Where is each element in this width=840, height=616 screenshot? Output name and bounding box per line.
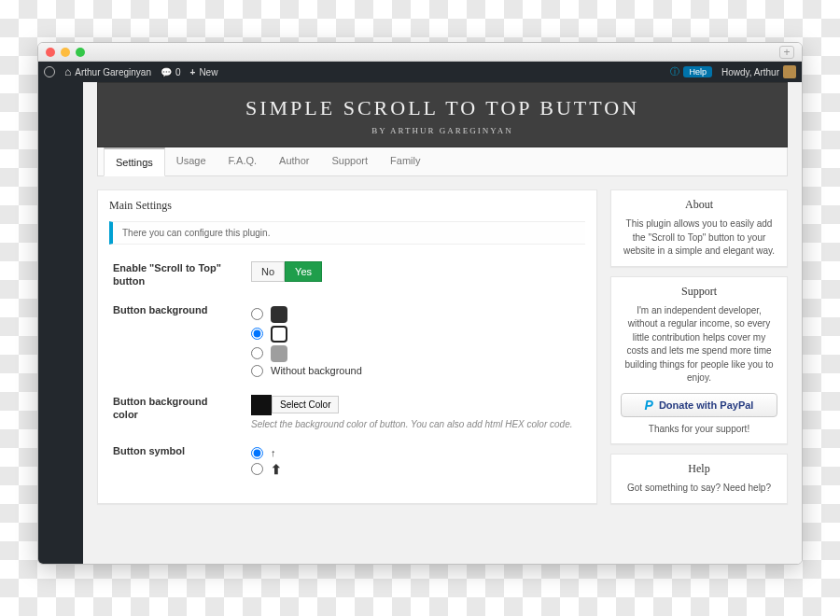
swatch-outline-icon: [271, 326, 287, 343]
bg-radio-outline[interactable]: [251, 328, 263, 340]
enable-label: Enable "Scroll to Top" button: [113, 261, 234, 288]
browser-window: + Arthur Gareginyan 0 New ⓘHelp Howdy, A…: [37, 42, 803, 565]
window-titlebar: +: [38, 43, 802, 62]
site-name-link[interactable]: Arthur Gareginyan: [64, 65, 151, 78]
bg-radio-grey[interactable]: [251, 347, 263, 359]
color-swatch: [251, 395, 272, 415]
plus-icon: [190, 67, 196, 77]
bg-radio-none[interactable]: [251, 365, 263, 377]
about-title: About: [621, 198, 777, 212]
new-content-link[interactable]: New: [190, 67, 218, 77]
help-text: Got something to say? Need help?: [621, 482, 777, 496]
toggle-no[interactable]: No: [251, 261, 285, 282]
help-link[interactable]: ⓘHelp: [670, 65, 712, 78]
comments-count: 0: [175, 67, 181, 77]
tab-usage[interactable]: Usage: [165, 147, 217, 175]
tab-author[interactable]: Author: [268, 147, 320, 175]
main-settings-panel: Main Settings There you can configure th…: [97, 189, 597, 504]
help-label: Help: [683, 66, 712, 77]
swatch-grey-icon: [271, 345, 287, 362]
color-desc: Select the background color of button. Y…: [251, 419, 581, 429]
site-name: Arthur Gareginyan: [75, 67, 151, 77]
admin-content: SIMPLE SCROLL TO TOP BUTTON BY ARTHUR GA…: [83, 82, 802, 564]
paypal-label: Donate with PayPal: [659, 399, 753, 411]
swatch-dark-icon: [271, 306, 287, 323]
wp-admin-bar: Arthur Gareginyan 0 New ⓘHelp Howdy, Art…: [38, 62, 802, 82]
tab-faq[interactable]: F.A.Q.: [217, 147, 269, 175]
avatar: [783, 65, 796, 78]
support-title: Support: [621, 285, 777, 299]
help-box: Help Got something to say? Need help?: [610, 454, 788, 504]
tab-family[interactable]: Family: [379, 147, 431, 175]
comments-link[interactable]: 0: [161, 67, 181, 77]
window-minimize-icon[interactable]: [61, 48, 70, 57]
wordpress-icon: [44, 66, 55, 77]
donate-paypal-button[interactable]: P Donate with PayPal: [621, 393, 777, 417]
toggle-yes[interactable]: Yes: [285, 261, 322, 282]
comment-icon: [161, 67, 172, 77]
help-title: Help: [621, 462, 777, 476]
main-settings-title: Main Settings: [98, 190, 596, 221]
window-close-icon[interactable]: [46, 48, 55, 57]
settings-notice: There you can configure this plugin.: [109, 221, 585, 245]
enable-toggle[interactable]: No Yes: [251, 261, 581, 282]
arrow-up-bold-icon: ⬆: [271, 462, 282, 477]
symbol-label: Button symbol: [113, 444, 234, 480]
paypal-icon: P: [645, 399, 653, 412]
about-text: This plugin allows you to easily add the…: [621, 217, 777, 259]
plugin-title: SIMPLE SCROLL TO TOP BUTTON: [98, 96, 787, 120]
new-label: New: [199, 67, 217, 77]
admin-body: SIMPLE SCROLL TO TOP BUTTON BY ARTHUR GA…: [38, 82, 802, 564]
side-column: About This plugin allows you to easily a…: [610, 189, 788, 504]
support-box: Support I'm an independent developer, wi…: [610, 276, 788, 445]
tab-support[interactable]: Support: [321, 147, 380, 175]
bg-label: Button background: [113, 303, 234, 380]
tabs-nav: Settings Usage F.A.Q. Author Support Fam…: [97, 147, 788, 176]
howdy-text: Howdy, Arthur: [721, 67, 779, 77]
wp-logo-menu[interactable]: [44, 66, 55, 77]
account-menu[interactable]: Howdy, Arthur: [721, 65, 796, 78]
symbol-radio-1[interactable]: [251, 447, 263, 459]
arrow-up-icon: ↑: [271, 447, 276, 458]
support-text: I'm an independent developer, without a …: [621, 304, 777, 385]
symbol-radio-2[interactable]: [251, 463, 263, 475]
select-color-button[interactable]: Select Color: [272, 396, 339, 413]
plugin-byline: BY ARTHUR GAREGINYAN: [98, 126, 787, 135]
bg-without-text: Without background: [271, 365, 362, 376]
home-icon: [64, 65, 71, 78]
tab-settings[interactable]: Settings: [104, 147, 165, 176]
new-tab-button[interactable]: +: [779, 46, 794, 59]
thanks-text: Thanks for your support!: [621, 423, 777, 437]
about-box: About This plugin allows you to easily a…: [610, 189, 788, 267]
color-label: Button background color: [113, 395, 234, 429]
bg-radio-dark[interactable]: [251, 308, 263, 320]
window-zoom-icon[interactable]: [76, 48, 85, 57]
plugin-banner: SIMPLE SCROLL TO TOP BUTTON BY ARTHUR GA…: [97, 82, 788, 147]
admin-sidebar[interactable]: [38, 82, 83, 564]
